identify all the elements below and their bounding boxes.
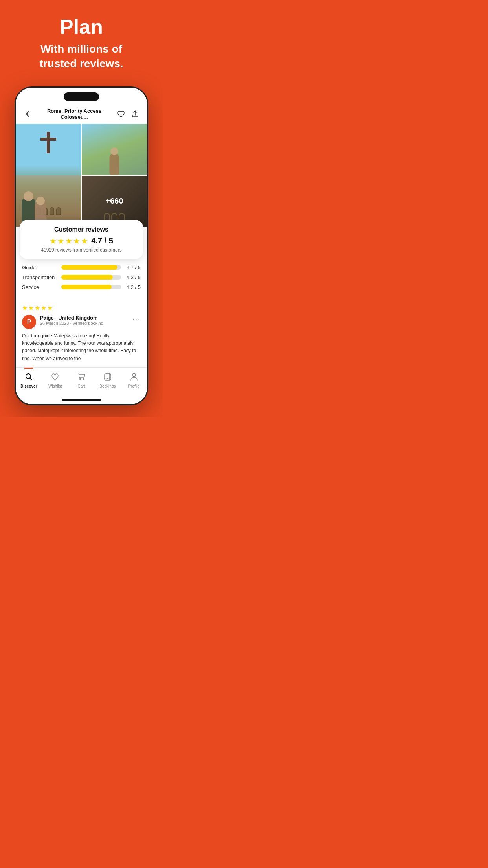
metric-transportation-bar-fill	[61, 275, 113, 280]
photo-grid: +660	[16, 124, 147, 227]
metric-service-bar-bg	[61, 285, 121, 289]
share-button[interactable]	[130, 108, 141, 120]
review-stars: ★ ★ ★ ★ ★	[22, 304, 141, 312]
reviews-card: Customer reviews ★ ★ ★ ★ ★ 4.7 / 5 41929…	[20, 220, 143, 259]
metric-guide-label: Guide	[22, 265, 57, 270]
home-indicator	[16, 396, 147, 404]
phone-mockup: Rome: Priority Access Colosseu...	[15, 86, 148, 405]
tab-discover[interactable]: Discover	[16, 371, 42, 390]
overall-score: 4.7 / 5	[91, 236, 113, 245]
metric-service-score: 4.2 / 5	[125, 284, 141, 290]
tab-wishlist-label: Wishlist	[48, 384, 62, 388]
photo-2[interactable]	[82, 124, 147, 175]
photo-count-overlay: +660	[82, 176, 147, 227]
reviewer-avatar: P	[22, 315, 36, 329]
metric-guide: Guide 4.7 / 5	[22, 265, 141, 270]
header-section: Plan With millions of trusted reviews.	[31, 0, 131, 79]
page-subtitle: With millions of trusted reviews.	[39, 42, 123, 71]
reviewer-row: P Paige - United Kingdom 26 March 2023 ·…	[22, 315, 141, 329]
review-star-4: ★	[41, 304, 46, 312]
tab-cart[interactable]: Cart	[68, 371, 95, 390]
review-section: ★ ★ ★ ★ ★ P Paige - United Kingdom 26 Ma…	[16, 300, 147, 367]
tab-bar: Discover Wishlist	[16, 367, 147, 396]
photo-3[interactable]: +660	[82, 176, 147, 227]
star-5: ★	[81, 236, 88, 246]
discover-icon	[24, 372, 33, 383]
metric-transportation: Transportation 4.3 / 5	[22, 274, 141, 280]
overall-rating-row: ★ ★ ★ ★ ★ 4.7 / 5	[28, 236, 135, 246]
review-star-2: ★	[28, 304, 34, 312]
tab-discover-label: Discover	[20, 384, 37, 388]
reviewer-info: Paige - United Kingdom 26 March 2023 · V…	[40, 315, 132, 326]
metric-service-label: Service	[22, 284, 57, 290]
photo-1[interactable]	[16, 124, 81, 227]
cart-icon	[77, 372, 86, 383]
phone-frame: Rome: Priority Access Colosseu...	[15, 86, 148, 405]
reviews-section-title: Customer reviews	[28, 226, 135, 233]
favorite-button[interactable]	[116, 108, 127, 120]
svg-point-2	[83, 378, 84, 379]
review-star-3: ★	[35, 304, 40, 312]
back-button[interactable]	[22, 108, 33, 120]
wishlist-icon	[51, 372, 59, 383]
svg-point-1	[79, 378, 81, 379]
star-3: ★	[65, 236, 72, 246]
svg-point-0	[26, 374, 31, 379]
bookings-icon	[103, 372, 112, 383]
home-bar	[62, 399, 101, 401]
screen-title: Rome: Priority Access Colosseu...	[33, 108, 116, 120]
tab-profile[interactable]: Profile	[121, 371, 147, 390]
svg-point-4	[132, 373, 136, 377]
metric-guide-bar-fill	[61, 265, 117, 270]
tab-profile-label: Profile	[128, 384, 139, 388]
metrics-section: Guide 4.7 / 5 Transportation 4.3 / 5 Ser…	[16, 259, 147, 300]
review-more-button[interactable]: ···	[132, 315, 141, 323]
metric-transportation-bar-bg	[61, 275, 121, 280]
phone-screen: Rome: Priority Access Colosseu...	[16, 88, 147, 404]
metric-service: Service 4.2 / 5	[22, 284, 141, 290]
svg-rect-3	[105, 374, 111, 380]
reviewer-name: Paige - United Kingdom	[40, 315, 132, 321]
metric-service-bar-fill	[61, 285, 112, 289]
review-star-5: ★	[47, 304, 53, 312]
metric-transportation-score: 4.3 / 5	[125, 274, 141, 280]
star-2: ★	[57, 236, 64, 246]
page-title: Plan	[39, 16, 123, 38]
tab-bookings[interactable]: Bookings	[94, 371, 121, 390]
metric-guide-bar-bg	[61, 265, 121, 270]
metric-guide-score: 4.7 / 5	[125, 265, 141, 270]
tab-wishlist[interactable]: Wishlist	[42, 371, 68, 390]
overall-stars: ★ ★ ★ ★ ★	[50, 236, 88, 246]
review-star-1: ★	[22, 304, 28, 312]
metric-transportation-label: Transportation	[22, 274, 57, 280]
tab-bookings-label: Bookings	[99, 384, 116, 388]
star-4: ★	[73, 236, 80, 246]
tab-cart-label: Cart	[78, 384, 85, 388]
reviews-count-text: 41929 reviews from verified customers	[28, 247, 135, 253]
review-text: Our tour guide Matej was amazing! Really…	[22, 332, 141, 362]
phone-notch	[64, 92, 99, 101]
star-1: ★	[50, 236, 57, 246]
reviewer-date: 26 March 2023 · Verified booking	[40, 321, 132, 326]
profile-icon	[130, 372, 138, 383]
